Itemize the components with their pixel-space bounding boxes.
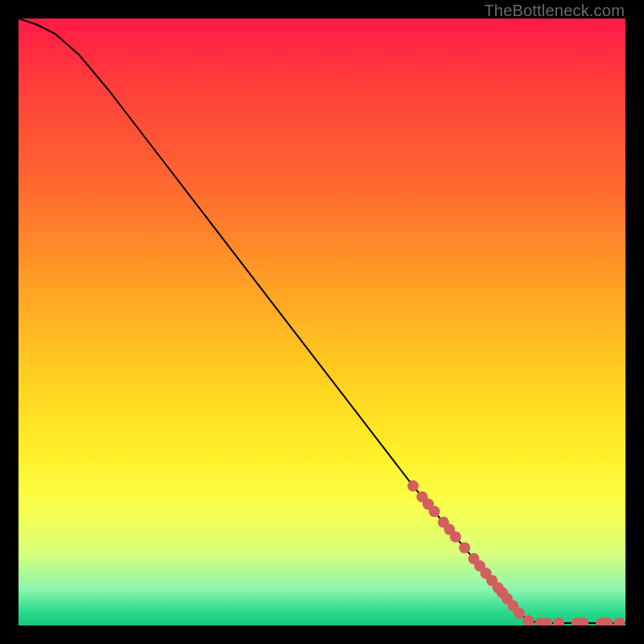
plot-area (19, 19, 625, 625)
chart-frame: TheBottleneck.com (0, 0, 644, 644)
watermark-label: TheBottleneck.com (484, 2, 625, 20)
